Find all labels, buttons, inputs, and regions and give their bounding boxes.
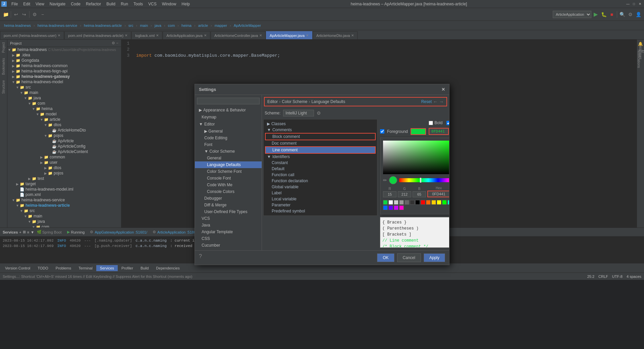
nav-general[interactable]: ▶ General	[195, 128, 262, 135]
services-icon2[interactable]: ⊞	[23, 230, 26, 234]
breadcrumb-src[interactable]: src	[127, 23, 135, 28]
tab-logback-close[interactable]: ✕	[156, 34, 159, 37]
menu-run[interactable]: Run	[118, 1, 131, 7]
nav-debugger[interactable]: Debugger	[195, 195, 262, 202]
swatch-orange[interactable]	[426, 200, 431, 205]
foreground-checkbox[interactable]	[380, 129, 384, 134]
ai-notifications-icon[interactable]: AI Notifications	[638, 56, 644, 62]
swatch-darkgray[interactable]	[405, 200, 409, 205]
breadcrumb-article[interactable]: heima-leadnews-article	[83, 23, 123, 28]
tree-gongdata[interactable]: ▶ 📁 Gongdata	[7, 58, 121, 63]
left-bookmarks-icon[interactable]: Bookmarks	[1, 57, 6, 76]
breadcrumb-apArticleMapper[interactable]: ApArticleMapper	[232, 23, 262, 28]
g-input[interactable]: 212	[398, 191, 411, 197]
tree-java1[interactable]: ▼ 📁 java	[7, 95, 121, 101]
nav-editor-group[interactable]: ▼ Editor	[195, 120, 262, 128]
nav-code-editing[interactable]: Code Editing	[195, 135, 262, 141]
breadcrumb-com[interactable]: com	[167, 23, 176, 28]
swatch-pink[interactable]	[399, 205, 404, 210]
swatch-red[interactable]	[421, 200, 425, 205]
tree-common2[interactable]: ▶ 📁 common	[7, 154, 121, 160]
tree-user-dtos[interactable]: ▶ 📁 dtos	[7, 165, 121, 170]
nav-console-font[interactable]: Console Font	[195, 175, 262, 182]
toolbar-undo-icon[interactable]: ↩	[12, 11, 20, 18]
tree-parameter[interactable]: Parameter	[265, 202, 376, 208]
tree-comments[interactable]: ▼ Comments	[265, 127, 376, 133]
scheme-select[interactable]: IntelliJ Light	[283, 110, 314, 116]
tab-home-dto-close[interactable]: ✕	[351, 34, 354, 37]
element-tree[interactable]: ▶ Classes ▼ Comments Block comment	[263, 119, 377, 216]
nav-angular[interactable]: Angular Template	[195, 229, 262, 235]
tab-logback[interactable]: logback.xml ✕	[131, 31, 162, 39]
tab-pom-user-close[interactable]: ✕	[58, 34, 60, 37]
hex-input[interactable]: 0FD441	[427, 191, 449, 197]
swatch-yellow[interactable]	[437, 200, 441, 205]
project-select[interactable]: ArticleApplication	[553, 11, 591, 18]
dialog-close-button[interactable]: ✕	[441, 87, 445, 92]
tree-predefined[interactable]: Predefined symbol	[265, 208, 376, 214]
tab-home-dto[interactable]: ArticleHomeDto.java ✕	[313, 31, 358, 39]
nav-code-with-me[interactable]: Code With Me	[195, 182, 262, 188]
toolbar-play-icon[interactable]: ▶	[592, 11, 599, 18]
tree-service1[interactable]: ▼ 📁 heima-leadnews-service	[7, 197, 121, 203]
nav-user-defined[interactable]: User-Defined File Types	[195, 208, 262, 215]
swatch-gray[interactable]	[399, 200, 404, 205]
services-icon1[interactable]: +	[19, 230, 21, 234]
nav-java[interactable]: Java	[195, 222, 262, 229]
tab-article-app[interactable]: ArticleApplication.java ✕	[163, 31, 210, 39]
tree-model-iml[interactable]: 📄 heima-leadnews-model.iml	[7, 187, 121, 192]
menu-edit[interactable]: Edit	[20, 1, 33, 7]
tree-doc-comment[interactable]: Doc comment	[265, 140, 376, 146]
tab-home-ctrl[interactable]: ArticleHomeController.java ✕	[211, 31, 266, 39]
nav-cucumber[interactable]: Cucumber	[195, 242, 262, 249]
tab-article-app-close[interactable]: ✕	[204, 34, 207, 37]
nav-appearance-behavior[interactable]: ▶ Appearance & Behavior	[195, 106, 262, 114]
project-header-icon2[interactable]: −	[116, 41, 118, 45]
nav-font[interactable]: Font	[195, 141, 262, 148]
tree-function-decl[interactable]: Function declaration	[265, 178, 376, 184]
foreground-hex-display[interactable]: 0FD441	[429, 128, 449, 135]
menu-build[interactable]: Build	[104, 1, 118, 7]
swatch-green[interactable]	[383, 200, 388, 205]
eyedropper-icon[interactable]: ✏	[383, 178, 387, 183]
hue-bar[interactable]	[399, 178, 449, 182]
tree-model2[interactable]: ▼ 📁 model	[7, 111, 121, 117]
tab-pom-article-close[interactable]: ✕	[125, 34, 127, 37]
tree-function-call[interactable]: Function call	[265, 172, 376, 178]
color-gradient-picker[interactable]	[383, 141, 449, 174]
swatch-purple[interactable]	[388, 205, 393, 210]
menu-vcs[interactable]: VCS	[146, 1, 159, 7]
reset-button[interactable]: Reset	[421, 99, 432, 104]
tab-version-control[interactable]: Version Control	[1, 265, 34, 271]
tree-default[interactable]: Default	[265, 166, 376, 172]
breadcrumb-article2[interactable]: article	[197, 23, 209, 28]
nav-keymap[interactable]: Keymap	[195, 114, 262, 120]
tab-ap-mapper[interactable]: ApArticleMapper.java ✕	[266, 31, 312, 39]
tree-heima1[interactable]: ▼ 📁 heima	[7, 106, 121, 111]
toolbar-debug-icon[interactable]: 🐛	[600, 11, 607, 18]
ok-button[interactable]: OK	[377, 253, 394, 262]
swatch-lightgray[interactable]	[394, 200, 398, 205]
services-icon4[interactable]: ▼	[31, 230, 34, 234]
tab-terminal[interactable]: Terminal	[75, 265, 96, 271]
tree-user-pojos[interactable]: ▶ 📁 pojos	[7, 170, 121, 176]
tree-aparticlecontent[interactable]: ☕ ApArticleContent	[7, 149, 121, 154]
tree-article-module[interactable]: ▼ 📁 heima-leadnews-article	[7, 203, 121, 208]
tree-dtos1[interactable]: ▼ 📁 dtos	[7, 122, 121, 128]
maximize-button[interactable]: □	[631, 1, 637, 7]
article-app-label[interactable]: ArticleApplication :51802/	[157, 230, 199, 234]
tab-dependencies[interactable]: Dependencies	[152, 265, 183, 271]
settings-search-input[interactable]	[197, 98, 260, 104]
menu-file[interactable]: File	[9, 1, 20, 7]
tab-problems[interactable]: Problems	[52, 265, 75, 271]
swatch-black[interactable]	[415, 200, 420, 205]
tree-block-comment[interactable]: Block comment	[265, 133, 376, 140]
tree-common[interactable]: ▶ 📁 heima-leadnews-common	[7, 63, 121, 68]
tab-ap-mapper-close[interactable]: ✕	[306, 34, 309, 37]
toolbar-user-icon[interactable]: 👤	[635, 11, 642, 18]
tree-classes[interactable]: ▶ Classes	[265, 121, 376, 127]
swatch-violet[interactable]	[394, 205, 398, 210]
tab-pom-user[interactable]: pom.xml (heima-leadnews-user) ✕	[0, 31, 64, 39]
toolbar-stop-icon[interactable]: ■	[608, 11, 615, 18]
nav-color-scheme-font[interactable]: Color Scheme Font	[195, 168, 262, 175]
